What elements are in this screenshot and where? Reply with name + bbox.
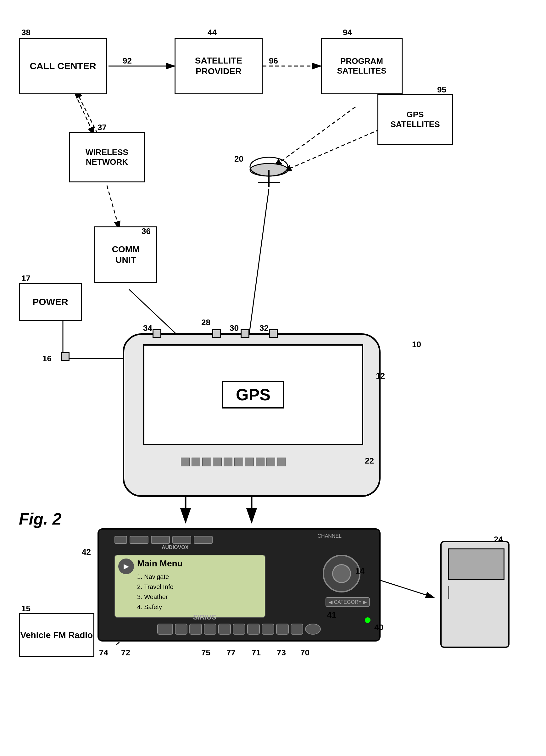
port-30 [241,329,249,338]
bottom-btn-1[interactable] [157,624,173,635]
sirius-brand: SIRIUS [193,613,216,621]
ref-95: 95 [437,85,446,95]
bottom-btn-round[interactable] [305,624,321,635]
menu-items: 1. Navigate 2. Travel Info 3. Weather 4.… [137,572,174,612]
ref-94: 94 [343,28,352,37]
comm-unit-label: COMMUNIT [112,244,140,265]
ref-74: 74 [99,648,108,658]
ref-92: 92 [123,56,132,66]
ref-10: 10 [412,340,421,349]
handheld-screen [448,548,504,580]
ref-70: 70 [300,648,309,658]
ref-41: 41 [327,610,336,620]
category-btn[interactable]: ◀ CATEGORY ▶ [326,597,370,607]
svg-line-5 [72,88,94,135]
ref-32: 32 [259,323,269,333]
seg3 [202,458,211,466]
btn-disp[interactable] [194,536,213,544]
seg10 [277,458,286,466]
seg8 [256,458,265,466]
wireless-network-label: WIRELESSNETWORK [86,147,128,167]
program-satellites-box: PROGRAMSATELLITES [321,38,403,94]
radio-screen: ▶ Main Menu 1. Navigate 2. Travel Info 3… [114,555,265,618]
call-center-label: CALL CENTER [30,60,96,72]
seg6 [234,458,243,466]
main-device-outer: GPS [123,333,381,497]
ref-37: 37 [97,123,107,132]
seg4 [213,458,222,466]
menu-item-1: 1. Navigate [137,573,169,580]
channel-knob[interactable] [323,555,360,592]
ref-44: 44 [208,28,217,37]
btn-band[interactable] [151,536,170,544]
port-32 [269,329,278,338]
vehicle-fm-radio-box: Vehicle FM Radio [19,613,94,657]
channel-label: CHANNEL [318,533,342,539]
call-center-box: CALL CENTER [19,38,107,94]
btn-memo[interactable] [130,536,148,544]
port-16 [61,352,70,361]
ref-96: 96 [269,56,278,66]
ref-73: 73 [277,648,286,658]
ref-75: 75 [201,648,210,658]
menu-item-4: 4. Safety [137,603,162,610]
bottom-btn-6[interactable] [233,624,245,635]
program-satellites-label: PROGRAMSATELLITES [337,56,387,76]
bottom-btn-8[interactable] [262,624,274,635]
bottom-btn-9[interactable] [276,624,289,635]
btn-menu[interactable] [172,536,191,544]
led-indicator [365,617,371,623]
seg7 [245,458,254,466]
ref-40: 40 [374,623,383,632]
radio-device: CHANNEL AUDIOVOX ▶ Main Menu 1. Navigate… [97,528,381,642]
ref-28: 28 [201,318,210,327]
ref-42: 42 [82,547,91,557]
svg-line-6 [75,90,97,134]
gps-satellites-label: GPSSATELLITES [391,110,440,129]
svg-line-7 [107,186,120,230]
ref-72: 72 [121,648,130,658]
ref-16: 16 [42,354,52,364]
port-28 [212,329,221,338]
fig-label: Fig. 2 [19,509,62,528]
seg9 [266,458,275,466]
seg2 [192,458,200,466]
ref-71: 71 [252,648,261,658]
nav-icon: ▶ [118,559,134,574]
seg5 [224,458,232,466]
seg1 [181,458,190,466]
ref-36: 36 [142,226,151,236]
diagram: CALL CENTER 38 SATELLITEPROVIDER 44 92 9… [0,0,546,756]
ref-15: 15 [21,604,31,614]
menu-item-3: 3. Weather [137,593,168,600]
power-box: POWER [19,283,82,321]
ref-14: 14 [355,566,365,576]
power-label: POWER [32,296,68,308]
gps-satellites-box: GPSSATELLITES [377,94,453,145]
satellite-provider-box: SATELLITEPROVIDER [175,38,263,94]
gps-screen: GPS [143,344,363,445]
ref-12: 12 [376,371,385,381]
h-btn-9[interactable] [448,586,449,599]
knob-inner [332,564,351,583]
menu-item-2: 2. Travel Info [137,583,174,590]
bottom-btn-10[interactable] [291,624,303,635]
ref-30: 30 [230,323,239,333]
audiovox-brand: AUDIOVOX [162,545,188,550]
btn-power[interactable] [114,536,127,544]
bottom-btn-5[interactable] [218,624,231,635]
bottom-btn-4[interactable] [204,624,216,635]
ref-77: 77 [226,648,236,658]
satellite-dish-svg [248,151,289,189]
bottom-btn-3[interactable] [189,624,202,635]
ref-20: 20 [234,154,243,164]
handheld-device [440,541,510,648]
bottom-btn-2[interactable] [175,624,187,635]
progress-bar [181,458,286,466]
bottom-btn-7[interactable] [247,624,260,635]
port-34 [153,329,161,338]
ref-17: 17 [21,274,31,283]
vehicle-fm-label: Vehicle FM Radio [20,630,93,641]
main-menu-title: Main Menu [137,559,183,569]
ref-24: 24 [494,535,503,544]
